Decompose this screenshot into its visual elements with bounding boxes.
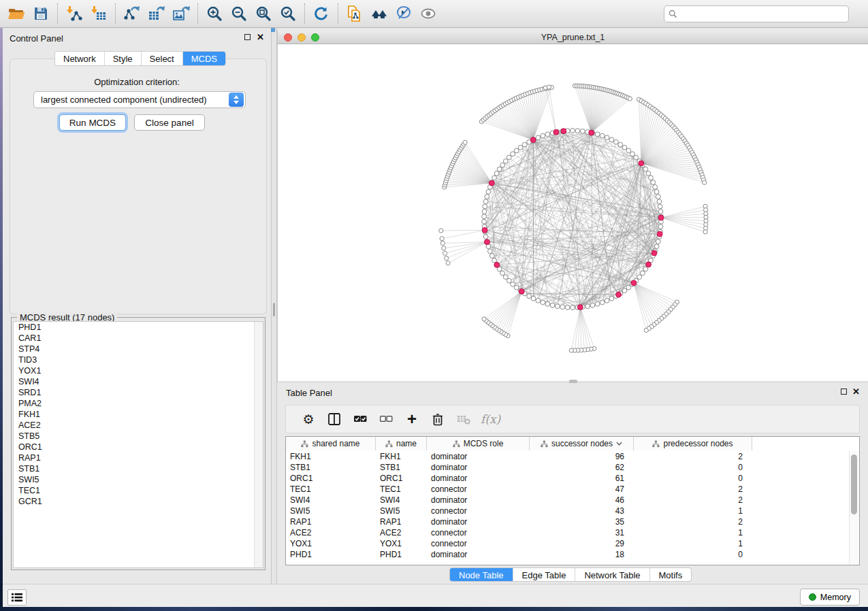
graph-node[interactable] — [658, 209, 663, 214]
table-row[interactable]: ACE2ACE2connector311 — [286, 527, 849, 538]
graph-dominator-node[interactable] — [561, 129, 566, 134]
graph-node[interactable] — [494, 171, 499, 176]
tab-node-table[interactable]: Node Table — [450, 568, 513, 581]
graph-node[interactable] — [507, 278, 511, 283]
graph-node[interactable] — [560, 305, 565, 310]
tab-edge-table[interactable]: Edge Table — [513, 568, 576, 581]
graph-dominator-node[interactable] — [652, 250, 657, 256]
graph-node[interactable] — [570, 129, 575, 133]
cell-predecessor-nodes[interactable]: 1 — [634, 538, 752, 549]
cell-successor-nodes[interactable]: 47 — [530, 484, 634, 495]
graph-node[interactable] — [514, 285, 519, 290]
cell-successor-nodes[interactable]: 46 — [530, 495, 634, 506]
graph-dominator-node[interactable] — [519, 288, 524, 294]
graph-node[interactable] — [590, 303, 595, 308]
cell-mcds-role[interactable]: dominator — [427, 516, 530, 527]
table-scrollbar[interactable] — [849, 451, 858, 564]
close-icon[interactable]: ✕ — [257, 33, 264, 42]
graph-node[interactable] — [536, 298, 541, 303]
graph-node[interactable] — [507, 155, 511, 160]
float-window-icon[interactable] — [244, 34, 251, 40]
criterion-select[interactable]: largest connected component (undirected) — [33, 91, 246, 108]
graph-node[interactable] — [511, 152, 515, 156]
graph-node[interactable] — [609, 296, 614, 301]
cell-successor-nodes[interactable]: 35 — [530, 516, 634, 527]
graph-dominator-node[interactable] — [639, 161, 644, 166]
cell-name[interactable]: ORC1 — [376, 473, 427, 484]
graph-node[interactable] — [489, 254, 494, 259]
column-header-successor-nodes[interactable]: successor nodes — [530, 437, 634, 450]
cell-mcds-role[interactable]: dominator — [427, 462, 530, 473]
graph-dominator-node[interactable] — [482, 227, 487, 233]
tab-style[interactable]: Style — [105, 52, 142, 65]
float-window-icon[interactable] — [841, 389, 847, 395]
graph-node[interactable] — [531, 296, 536, 301]
cell-predecessor-nodes[interactable]: 0 — [634, 549, 752, 560]
graph-node[interactable] — [446, 261, 450, 265]
import-network-icon[interactable] — [62, 1, 86, 26]
graph-node[interactable] — [628, 97, 632, 101]
table-row[interactable]: FKH1FKH1dominator962 — [286, 451, 849, 462]
search-box[interactable] — [664, 5, 849, 22]
graph-node[interactable] — [622, 288, 627, 293]
cell-successor-nodes[interactable]: 43 — [530, 506, 634, 516]
table-row[interactable]: SWI5SWI5connector431 — [286, 506, 849, 516]
add-column-icon[interactable]: + — [399, 407, 425, 431]
graph-node[interactable] — [646, 171, 651, 176]
cell-predecessor-nodes[interactable]: 1 — [634, 527, 752, 538]
graph-node[interactable] — [703, 180, 707, 184]
table-row[interactable]: ORC1ORC1dominator610 — [286, 473, 849, 484]
graph-node[interactable] — [550, 303, 555, 308]
cell-name[interactable]: RAP1 — [376, 516, 427, 527]
graph-node[interactable] — [570, 306, 575, 310]
cell-shared-name[interactable]: PHD1 — [286, 549, 376, 560]
cell-successor-nodes[interactable]: 96 — [530, 451, 634, 462]
column-header-shared-name[interactable]: shared name — [286, 437, 376, 450]
cell-shared-name[interactable]: TEC1 — [286, 484, 376, 495]
graph-node[interactable] — [485, 195, 489, 199]
table-row[interactable]: TEC1TEC1connector472 — [286, 484, 849, 495]
cell-name[interactable]: SWI5 — [376, 506, 427, 516]
close-icon[interactable]: ✕ — [852, 387, 860, 396]
search-network-icon[interactable] — [367, 1, 391, 26]
scrollbar-thumb[interactable] — [851, 455, 857, 514]
select-all-icon[interactable] — [347, 407, 373, 431]
graph-node[interactable] — [482, 219, 487, 224]
graph-node[interactable] — [626, 285, 631, 290]
import-table-icon[interactable] — [86, 1, 111, 26]
function-builder-icon[interactable]: f(x) — [481, 412, 500, 426]
graph-node[interactable] — [595, 132, 600, 137]
cell-successor-nodes[interactable]: 18 — [530, 549, 634, 560]
memory-button[interactable]: Memory — [800, 589, 860, 606]
graph-node[interactable] — [703, 230, 707, 234]
table-row[interactable]: SWI4SWI4dominator462 — [286, 495, 849, 506]
graph-node[interactable] — [651, 180, 656, 185]
delete-table-icon[interactable] — [451, 407, 477, 431]
graph-node[interactable] — [653, 184, 658, 189]
table-row[interactable]: RAP1RAP1dominator352 — [286, 516, 849, 527]
mcds-result-list[interactable]: PHD1CAR1STP4TID3YOX1SWI4SRD1PMA2FKH1ACE2… — [13, 321, 263, 568]
zoom-fit-icon[interactable] — [251, 1, 276, 26]
graph-node[interactable] — [439, 229, 443, 233]
network-titlebar[interactable]: YPA_prune.txt_1 — [278, 31, 868, 44]
cell-name[interactable]: SWI4 — [376, 495, 427, 506]
mcds-result-item[interactable]: PMA2 — [14, 398, 263, 409]
cell-successor-nodes[interactable]: 31 — [530, 527, 634, 538]
graph-node[interactable] — [614, 139, 619, 144]
graph-node[interactable] — [618, 142, 623, 147]
graph-node[interactable] — [569, 348, 573, 352]
graph-node[interactable] — [541, 300, 545, 305]
cell-shared-name[interactable]: ACE2 — [286, 527, 376, 538]
graph-node[interactable] — [522, 142, 527, 147]
cell-mcds-role[interactable]: connector — [427, 506, 530, 516]
cell-predecessor-nodes[interactable]: 2 — [634, 495, 752, 506]
cell-mcds-role[interactable]: connector — [427, 484, 530, 495]
graph-node[interactable] — [605, 135, 609, 140]
graph-node[interactable] — [482, 317, 486, 321]
graph-node[interactable] — [595, 301, 600, 306]
graph-node[interactable] — [483, 199, 488, 204]
cell-mcds-role[interactable]: connector — [427, 538, 530, 549]
graph-node[interactable] — [605, 298, 609, 303]
graph-node[interactable] — [649, 176, 654, 180]
graph-node[interactable] — [609, 137, 614, 142]
